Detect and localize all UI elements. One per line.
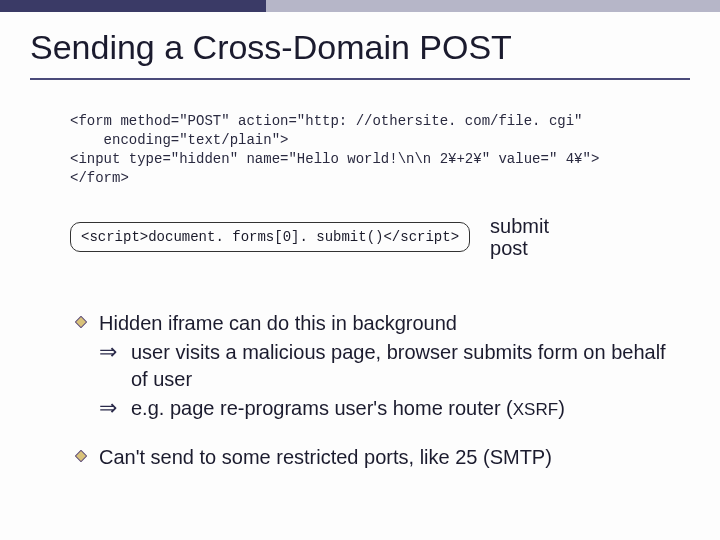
svg-rect-0 (75, 316, 86, 327)
script-annotation: submit post (490, 215, 549, 259)
stripe-dark-segment (0, 0, 266, 12)
script-annotation-line1: submit (490, 215, 549, 237)
arrow-icon: ⇒ (99, 339, 119, 393)
xsrf-label: XSRF (513, 400, 558, 419)
bullet-text-2: Can't send to some restricted ports, lik… (99, 444, 552, 471)
script-code-part2: ipt> (425, 229, 459, 245)
svg-rect-1 (75, 450, 86, 461)
bullet-gap (75, 422, 680, 444)
bullet-list: Hidden iframe can do this in background … (75, 310, 680, 473)
slide: Sending a Cross-Domain POST <form method… (0, 0, 720, 540)
title-underline (30, 78, 690, 80)
sub-bullet-1-text: user visits a malicious page, browser su… (131, 339, 680, 393)
sub-bullet-2: ⇒ e.g. page re-programs user's home rout… (99, 395, 680, 422)
sub-bullet-2-text-c: ) (558, 397, 565, 419)
slide-top-stripe (0, 0, 720, 14)
script-row: <script>document. forms[0]. submit()</sc… (70, 215, 660, 259)
code-box-script: <script>document. forms[0]. submit()</sc… (70, 222, 470, 252)
script-code-part1: <script>document. forms[0]. submit()</sc… (81, 229, 425, 245)
script-annotation-line2: post (490, 237, 528, 259)
bullet-item-1: Hidden iframe can do this in background (75, 310, 680, 337)
arrow-icon: ⇒ (99, 395, 119, 422)
code-block-form: <form method="POST" action="http: //othe… (70, 112, 660, 188)
stripe-light-segment (266, 0, 720, 12)
bullet-item-2: Can't send to some restricted ports, lik… (75, 444, 680, 471)
sub-bullet-1: ⇒ user visits a malicious page, browser … (99, 339, 680, 393)
diamond-bullet-icon (75, 316, 89, 337)
diamond-bullet-icon (75, 450, 89, 471)
page-title: Sending a Cross-Domain POST (30, 28, 512, 67)
bullet-text-1: Hidden iframe can do this in background (99, 310, 457, 337)
sub-bullet-2-text: e.g. page re-programs user's home router… (131, 395, 680, 422)
sub-bullet-2-text-a: e.g. page re-programs user's home router… (131, 397, 513, 419)
